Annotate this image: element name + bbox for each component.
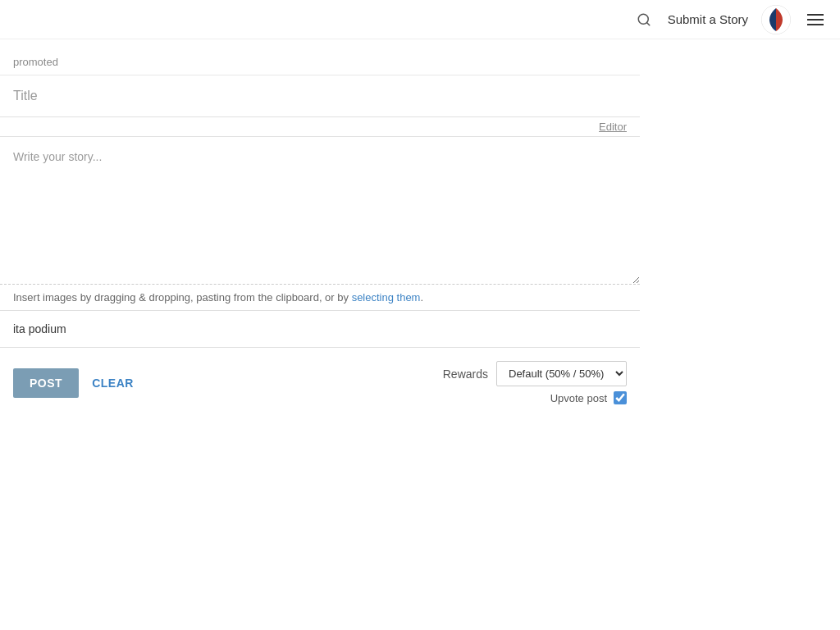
hamburger-line-3 <box>807 24 824 25</box>
tag-input[interactable] <box>0 311 640 348</box>
image-insert-row: Insert images by dragging & dropping, pa… <box>0 285 640 311</box>
svg-line-1 <box>646 22 649 25</box>
rewards-select[interactable]: Default (50% / 50%) Decline Payout 100% … <box>496 361 627 386</box>
search-icon <box>637 12 651 27</box>
header-actions: Submit a Story <box>633 5 827 34</box>
image-insert-period: . <box>420 291 423 304</box>
hamburger-button[interactable] <box>804 11 827 29</box>
rewards-label: Rewards <box>443 368 488 381</box>
upvote-row: Upvote post <box>550 391 627 404</box>
hamburger-line-1 <box>807 14 824 16</box>
promoted-label: promoted <box>0 49 640 75</box>
actions-row: POST CLEAR Rewards Default (50% / 50%) D… <box>0 348 640 418</box>
clear-button[interactable]: CLEAR <box>92 377 134 390</box>
hamburger-line-2 <box>807 19 824 21</box>
rewards-section: Rewards Default (50% / 50%) Decline Payo… <box>443 361 627 404</box>
logo-icon <box>761 5 791 34</box>
upvote-checkbox[interactable] <box>614 391 627 404</box>
submit-story-link[interactable]: Submit a Story <box>668 12 748 26</box>
image-insert-text: Insert images by dragging & dropping, pa… <box>13 291 352 304</box>
editor-link[interactable]: Editor <box>599 121 627 133</box>
logo[interactable] <box>761 5 791 34</box>
search-button[interactable] <box>633 9 655 30</box>
title-input[interactable] <box>0 75 640 117</box>
editor-row: Editor <box>0 117 640 137</box>
story-textarea[interactable] <box>0 137 640 285</box>
upvote-label: Upvote post <box>550 392 607 404</box>
selecting-them-link[interactable]: selecting them <box>352 291 421 304</box>
rewards-row: Rewards Default (50% / 50%) Decline Payo… <box>443 361 627 386</box>
header: Submit a Story <box>0 0 840 39</box>
post-button[interactable]: POST <box>13 368 79 398</box>
main-content: promoted Editor Insert images by draggin… <box>0 39 640 418</box>
